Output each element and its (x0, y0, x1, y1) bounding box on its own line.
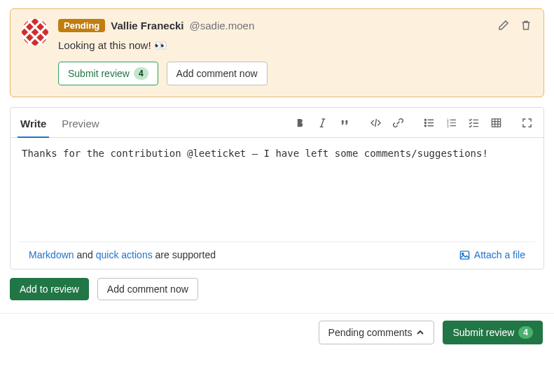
link-icon[interactable] (388, 113, 408, 132)
markdown-link[interactable]: Markdown (29, 249, 74, 260)
avatar (22, 19, 48, 46)
review-count-pill-footer: 4 (518, 326, 533, 339)
edit-icon[interactable] (496, 18, 511, 33)
tab-preview[interactable]: Preview (59, 112, 102, 138)
image-icon (459, 250, 470, 260)
bold-icon[interactable] (290, 113, 310, 132)
svg-point-16 (424, 125, 426, 126)
svg-point-14 (424, 119, 426, 120)
review-count-pill: 4 (134, 67, 148, 80)
author-name[interactable]: Vallie Franecki (111, 20, 183, 31)
chevron-up-icon (416, 328, 424, 337)
svg-text:3: 3 (446, 125, 448, 128)
bullet-list-icon[interactable] (419, 113, 438, 132)
tab-write[interactable]: Write (18, 112, 49, 138)
svg-point-15 (424, 122, 426, 123)
svg-point-22 (462, 253, 463, 254)
task-list-icon[interactable] (464, 113, 483, 132)
quote-icon[interactable] (335, 113, 354, 132)
table-icon[interactable] (486, 113, 506, 132)
editor-footer: Markdown and quick actions are supported… (19, 241, 535, 269)
comment-textarea[interactable] (11, 138, 543, 239)
editor-tabs: Write Preview 123 (11, 108, 543, 138)
add-comment-now-button[interactable]: Add comment now (97, 278, 198, 300)
add-to-review-button[interactable]: Add to review (10, 278, 89, 300)
attach-file-button[interactable]: Attach a file (459, 249, 525, 260)
code-icon[interactable] (366, 113, 385, 132)
submit-review-label: Submit review (68, 68, 130, 79)
delete-icon[interactable] (518, 18, 534, 33)
add-comment-now-button-inline[interactable]: Add comment now (167, 62, 268, 85)
submit-review-button[interactable]: Submit review 4 (443, 321, 543, 344)
italic-icon[interactable] (312, 113, 332, 132)
svg-rect-20 (492, 118, 500, 126)
pending-comment-card: Pending Vallie Franecki @sadie.moen Look… (10, 8, 544, 97)
pending-comments-dropdown[interactable]: Pending comments (319, 321, 435, 344)
comment-editor: Write Preview 123 Markdown and quick act… (10, 107, 544, 270)
numbered-list-icon[interactable]: 123 (441, 113, 461, 132)
pending-comment-body: Looking at this now! 👀 (58, 39, 532, 52)
svg-rect-21 (460, 251, 469, 258)
editor-toolbar: 123 (290, 113, 536, 136)
author-handle[interactable]: @sadie.moen (190, 20, 255, 31)
fullscreen-icon[interactable] (517, 113, 536, 132)
page-footer: Pending comments Submit review 4 (0, 313, 554, 354)
quick-actions-link[interactable]: quick actions (96, 249, 153, 260)
submit-review-button-inline[interactable]: Submit review 4 (58, 62, 158, 85)
pending-badge: Pending (58, 19, 105, 32)
pending-header: Pending Vallie Franecki @sadie.moen (58, 19, 532, 32)
